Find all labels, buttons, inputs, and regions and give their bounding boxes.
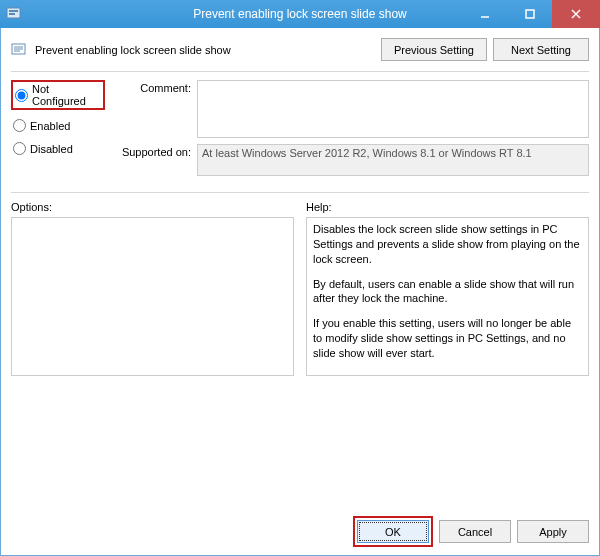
- state-radio-group: Not Configured Enabled Disabled: [11, 80, 105, 182]
- policy-icon: [11, 42, 27, 58]
- apply-button[interactable]: Apply: [517, 520, 589, 543]
- options-label: Options:: [11, 201, 294, 213]
- separator-2: [11, 192, 589, 193]
- svg-rect-1: [9, 10, 18, 12]
- radio-enabled-label: Enabled: [30, 120, 70, 132]
- help-label: Help:: [306, 201, 589, 213]
- radio-enabled[interactable]: Enabled: [11, 118, 105, 133]
- minimize-button[interactable]: [462, 0, 507, 28]
- footer-buttons: OK Cancel Apply: [353, 516, 589, 547]
- radio-not-configured[interactable]: Not Configured: [11, 80, 105, 110]
- radio-disabled-input[interactable]: [13, 142, 26, 155]
- header-row: Prevent enabling lock screen slide show …: [11, 38, 589, 61]
- help-text: By default, users can enable a slide sho…: [313, 277, 582, 307]
- radio-not-configured-input[interactable]: [15, 89, 28, 102]
- supported-on-field: [197, 144, 589, 176]
- help-panel[interactable]: Disables the lock screen slide show sett…: [306, 217, 589, 376]
- next-setting-button[interactable]: Next Setting: [493, 38, 589, 61]
- cancel-button[interactable]: Cancel: [439, 520, 511, 543]
- ok-button[interactable]: OK: [357, 520, 429, 543]
- radio-not-configured-label: Not Configured: [32, 83, 101, 107]
- comment-field[interactable]: [197, 80, 589, 138]
- radio-disabled-label: Disabled: [30, 143, 73, 155]
- svg-rect-2: [9, 13, 15, 15]
- comment-label: Comment:: [111, 80, 191, 138]
- help-text: If you enable this setting, users will n…: [313, 316, 582, 361]
- title-bar: Prevent enabling lock screen slide show: [0, 0, 600, 28]
- close-button[interactable]: [552, 0, 600, 28]
- supported-on-label: Supported on:: [111, 144, 191, 176]
- dialog-body: Prevent enabling lock screen slide show …: [0, 28, 600, 556]
- previous-setting-button[interactable]: Previous Setting: [381, 38, 487, 61]
- ok-highlight: OK: [353, 516, 433, 547]
- help-text: Disables the lock screen slide show sett…: [313, 222, 582, 267]
- radio-enabled-input[interactable]: [13, 119, 26, 132]
- radio-disabled[interactable]: Disabled: [11, 141, 105, 156]
- app-icon: [6, 6, 22, 22]
- maximize-button[interactable]: [507, 0, 552, 28]
- separator: [11, 71, 589, 72]
- svg-rect-4: [526, 10, 534, 18]
- window-buttons: [462, 0, 600, 28]
- policy-name: Prevent enabling lock screen slide show: [35, 44, 231, 56]
- options-panel[interactable]: [11, 217, 294, 376]
